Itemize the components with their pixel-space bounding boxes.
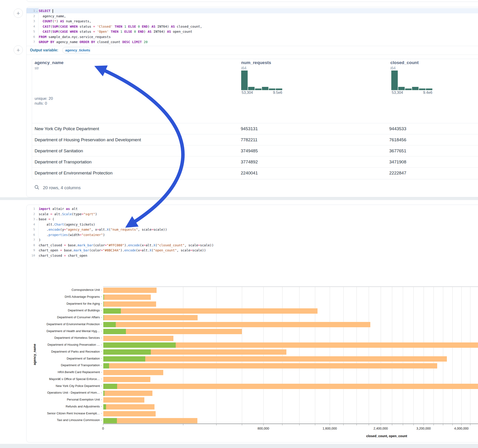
y-axis-label: Department of Sanitation xyxy=(28,357,100,361)
cell-num-requests: 7782211 xyxy=(241,134,258,145)
y-axis-label: Department of Buildings xyxy=(28,309,100,312)
y-axis-tick xyxy=(101,351,102,352)
sql-gutter-separator xyxy=(38,7,38,45)
cell-closed-count: 2222847 xyxy=(389,168,406,179)
add-block-button-output[interactable]: + xyxy=(14,45,23,55)
fold-chevron-icon[interactable]: ⌄ xyxy=(36,217,38,222)
cell-num-requests: 3774892 xyxy=(241,156,258,168)
gridline xyxy=(263,287,264,424)
code-line: chart_closed + chart_open xyxy=(39,253,87,258)
y-axis-label: Correspondence Unit xyxy=(28,288,100,292)
cell-agency-name: New York City Police Department xyxy=(35,123,99,134)
gridline xyxy=(242,287,242,424)
open-bar xyxy=(103,418,117,423)
code-line: FROM sample_data.nyc.service_requests xyxy=(39,34,111,40)
open-bar xyxy=(103,308,121,314)
x-axis-tick-label: 0 xyxy=(87,427,119,430)
y-axis-tick xyxy=(101,379,102,379)
column-null-count: nulls: 0 xyxy=(35,101,47,106)
code-line: scale = alt.Scale(type="sqrt") xyxy=(39,212,97,217)
x-axis-tick xyxy=(369,424,369,425)
x-axis-tick xyxy=(434,424,434,425)
line-number: 4 xyxy=(26,24,35,29)
y-axis-tick xyxy=(101,420,102,420)
open-bar xyxy=(103,342,176,348)
cell-num-requests: 9453131 xyxy=(241,123,258,134)
x-axis-tick xyxy=(381,424,381,425)
add-block-button-top[interactable]: + xyxy=(14,8,23,18)
hist-max-label: 9.4e6 xyxy=(416,91,432,95)
x-axis-tick xyxy=(315,424,315,425)
y-axis-tick xyxy=(101,400,102,400)
cell-agency-name: Department of Environmental Protection xyxy=(35,168,113,179)
closed-bar xyxy=(103,418,197,423)
y-axis-label: Department of Environmental Protection xyxy=(28,322,100,326)
histogram-bar xyxy=(276,88,282,90)
x-axis-tick xyxy=(183,424,183,425)
code-line: alt.Chart(agency_tickets) xyxy=(39,222,95,227)
divider xyxy=(26,46,478,46)
open-bar xyxy=(103,349,151,355)
fold-chevron-icon[interactable]: ⌄ xyxy=(36,8,38,14)
bar-chart xyxy=(103,286,478,424)
next-block-edge xyxy=(0,444,478,448)
line-number: 1 xyxy=(26,8,35,14)
x-axis-tick xyxy=(403,424,403,425)
table-row[interactable]: Department of Sanitation 3749485 3677651 xyxy=(32,145,478,156)
divider xyxy=(26,55,478,55)
column-header-num-requests[interactable]: num_requests xyxy=(241,60,271,65)
y-axis-label: New York City Police Department xyxy=(28,384,100,388)
table-row[interactable]: New York City Police Department 9453131 … xyxy=(32,123,478,134)
y-axis-label: DHS Advantage Programs xyxy=(28,295,100,299)
table-summary: 20 rows, 4 columns xyxy=(43,185,81,190)
hist-min-label: 53,304 xyxy=(242,91,253,95)
y-axis-tick xyxy=(101,413,102,413)
previous-block-edge xyxy=(26,0,478,2)
code-line: chart_open = base.mark_bar(color="#8BC34… xyxy=(39,248,206,253)
histogram-bar xyxy=(419,88,425,90)
cell-agency-name: Department of Housing Preservation and D… xyxy=(35,134,141,145)
histogram-bar xyxy=(426,88,432,90)
search-icon[interactable] xyxy=(34,185,40,190)
x-axis-tick xyxy=(357,424,357,425)
output-variable-chip[interactable]: agency_tickets xyxy=(62,47,90,53)
line-number: 1 xyxy=(26,206,35,212)
column-header-agency-name[interactable]: agency_name xyxy=(35,60,64,65)
table-row[interactable]: Department of Environmental Protection 2… xyxy=(32,167,478,178)
gridline xyxy=(470,287,470,424)
open-bar xyxy=(103,356,145,361)
gridline xyxy=(381,287,381,424)
gridline xyxy=(443,287,443,424)
y-axis-label: Senior Citizen Rent Increase Exempti… xyxy=(28,412,100,415)
closed-bar xyxy=(103,384,478,389)
y-axis-tick xyxy=(101,338,102,338)
histogram-bar xyxy=(248,87,255,90)
code-line: .properties(width="container") xyxy=(39,232,105,238)
table-row[interactable]: Department of Transportation 3774892 347… xyxy=(32,156,478,167)
line-number: 4 xyxy=(26,222,35,227)
y-axis-tick xyxy=(101,297,102,297)
gridline xyxy=(357,287,357,424)
closed-bar xyxy=(103,411,156,417)
line-number: 5 xyxy=(26,29,35,34)
y-axis-label: Personal Exemption Unit xyxy=(28,398,100,401)
histogram-bar xyxy=(269,88,275,90)
line-number: 3 xyxy=(26,217,35,222)
gridline xyxy=(434,287,434,424)
table-row[interactable]: Department of Housing Preservation and D… xyxy=(32,134,478,145)
closed-bar xyxy=(103,301,156,307)
histogram-bar xyxy=(391,70,398,90)
column-header-closed-count[interactable]: closed_count xyxy=(390,60,419,65)
gridline xyxy=(183,287,183,424)
x-axis-tick xyxy=(461,424,462,425)
gridline xyxy=(413,287,414,424)
y-axis-label: Department of Consumer Affairs xyxy=(28,316,100,319)
gridline xyxy=(282,287,283,424)
gridline xyxy=(424,287,424,424)
open-bar xyxy=(103,404,106,410)
closed-bar xyxy=(103,308,318,314)
y-axis-tick xyxy=(101,317,102,317)
open-bar xyxy=(103,301,104,307)
y-axis-label: Department of Housing Preservation … xyxy=(28,343,100,347)
y-axis-label: Taxi and Limousine Commission xyxy=(28,418,100,422)
